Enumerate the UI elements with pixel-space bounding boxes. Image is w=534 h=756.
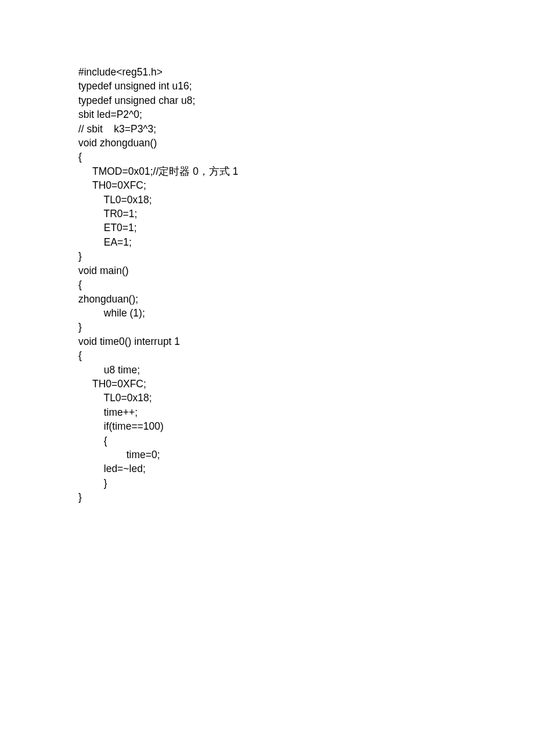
code-line: time=0; (78, 448, 534, 462)
code-line: } (78, 249, 534, 263)
code-line: if(time==100) (78, 419, 534, 433)
code-line: { (78, 434, 534, 448)
code-line: { (78, 278, 534, 291)
code-line: } (78, 320, 534, 334)
document-page: #include<reg51.h> typedef unsigned int u… (0, 0, 534, 505)
code-line: TH0=0XFC; (78, 178, 534, 192)
code-line: TL0=0x18; (78, 193, 534, 207)
code-line: } (78, 490, 534, 504)
code-line: TR0=1; (78, 207, 534, 221)
code-line: u8 time; (78, 363, 534, 377)
code-line: zhongduan(); (78, 292, 534, 306)
code-line: TL0=0x18; (78, 391, 534, 405)
code-line: ET0=1; (78, 221, 534, 235)
code-line: { (78, 348, 534, 362)
code-line: } (78, 476, 534, 490)
code-line: led=~led; (78, 462, 534, 476)
code-line: { (78, 150, 534, 164)
code-line: sbit led=P2^0; (78, 107, 534, 121)
code-line: TMOD=0x01;//定时器 0，方式 1 (78, 164, 534, 178)
code-line: while (1); (78, 306, 534, 320)
code-line: time++; (78, 405, 534, 419)
code-line: typedef unsigned int u16; (78, 79, 534, 93)
code-line: EA=1; (78, 235, 534, 249)
code-line: void main() (78, 264, 534, 278)
code-line: #include<reg51.h> (78, 65, 534, 79)
code-line: typedef unsigned char u8; (78, 93, 534, 107)
code-line: TH0=0XFC; (78, 377, 534, 391)
code-line: void zhongduan() (78, 136, 534, 150)
code-line: // sbit k3=P3^3; (78, 122, 534, 136)
code-line: void time0() interrupt 1 (78, 334, 534, 348)
